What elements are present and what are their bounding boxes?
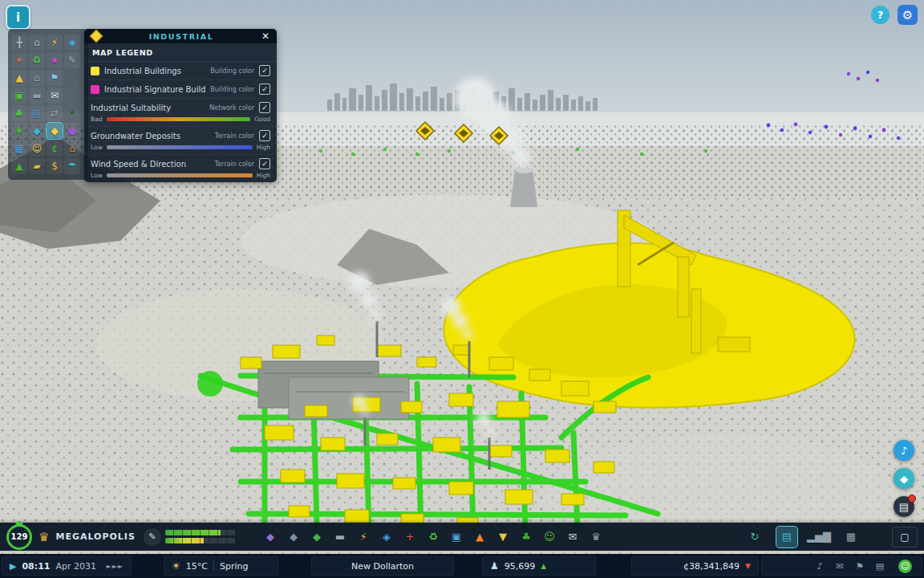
simulation-speed-button[interactable]: ►►► (107, 563, 124, 570)
residential-infoview-button[interactable]: ▦ (11, 140, 27, 157)
administration-infoview-button[interactable]: ⌂ (29, 70, 45, 86)
xp-level-badge[interactable]: 129 (6, 524, 32, 550)
close-button[interactable]: ✕ (261, 31, 270, 41)
water-infoview-button[interactable]: ◈ (64, 35, 80, 51)
fishing-infoview-button[interactable]: ◆ (29, 123, 45, 139)
zones-button[interactable]: ◆ (260, 527, 281, 547)
infoview-grid-row: ♦◆◆● (11, 123, 85, 139)
education-button[interactable]: ▣ (446, 527, 467, 547)
healthcare-button[interactable]: + (399, 527, 420, 547)
communications-button[interactable]: ✉ (562, 527, 583, 547)
info-button[interactable]: i (6, 5, 30, 30)
water-sewage-button[interactable]: ◈ (376, 527, 397, 547)
legend-label: Industrial Suitability (91, 104, 205, 112)
legend-type-label: Building color (210, 67, 254, 75)
radio-button[interactable]: ♪ (813, 561, 826, 572)
infoview-panel: INDUSTRIAL ✕ MAP LEGEND Industrial Build… (84, 29, 277, 182)
farming-infoview-button[interactable]: ♣ (11, 105, 27, 121)
legend-checkbox[interactable]: ✓ (259, 83, 270, 95)
legend-gradient-row: BadGood (91, 116, 270, 123)
wealth-infoview-button[interactable]: $ (47, 158, 63, 174)
trophy-icon[interactable]: ♛ (38, 530, 49, 544)
fire-rescue-button[interactable]: ▲ (469, 527, 490, 547)
legend-type-label: Terrain color (215, 132, 254, 140)
happiness-indicator[interactable]: ☺ (898, 560, 912, 573)
roads-button[interactable]: ▬ (330, 527, 351, 547)
money-segment[interactable]: ¢38,341,849 ▼ (631, 556, 759, 576)
statistics-button[interactable]: ▂▅▇ (808, 527, 829, 547)
tourism-infoview-button[interactable]: ☂ (64, 158, 80, 174)
infoview-grid-row: ☀♻★✎ (11, 52, 85, 68)
mail-button[interactable]: ✉ (833, 561, 846, 572)
lifepath-button[interactable]: ▤ (873, 561, 886, 572)
communications-infoview-button[interactable]: ✉ (47, 88, 63, 104)
legend-checkbox[interactable]: ✓ (259, 158, 270, 169)
wind-infoview-button[interactable]: ⚑ (47, 70, 63, 86)
infoviews-button[interactable]: ▤ (776, 527, 797, 547)
legend-row: Industrial Signature BuildingsBuilding c… (84, 80, 277, 99)
trade-infoview-button[interactable]: ⇄ (47, 105, 63, 121)
journal-button[interactable]: ▤ (894, 496, 914, 517)
photo-mode-icon: ▢ (900, 531, 909, 543)
roads-infoview-button[interactable]: ╋ (11, 35, 27, 51)
settings-button[interactable]: ⚙ (898, 5, 918, 25)
main-toolbar: 129 ♛ MEGALOPOLIS ✎ ◆◆◆▬⚡◈+♻▣▲▼♣☺✉♛ ↻▤▂▅… (0, 523, 924, 551)
chirper-button[interactable]: ♪ (894, 440, 914, 461)
legend-type-label: Network color (209, 104, 254, 112)
legend-checkbox[interactable]: ✓ (259, 65, 270, 76)
legend-rows: Industrial BuildingsBuilding color✓Indus… (84, 62, 277, 182)
garbage-infoview-button[interactable]: ♻ (29, 52, 45, 68)
monuments-button[interactable]: ♛ (586, 527, 606, 547)
notifications-segment: ♪✉⚑▤ ☺ (761, 556, 922, 576)
terrain-infoview-button[interactable]: ✎ (64, 52, 80, 68)
police-button[interactable]: ▼ (492, 527, 513, 547)
progress-widget[interactable]: ✎ (144, 528, 236, 546)
economy-panel-button[interactable]: ↻ (744, 527, 765, 547)
buildings-infoview-button[interactable]: ⌂ (29, 35, 45, 51)
signature-areas-button[interactable]: ◆ (283, 527, 304, 547)
welfare-infoview-button[interactable]: ▲ (11, 70, 27, 86)
nature-infoview-button[interactable]: ▲ (11, 158, 27, 174)
infoview-grid-row: ▦☺¢⌂ (11, 140, 85, 157)
legend-label: Industrial Buildings (104, 67, 205, 75)
industrial-infoview-button[interactable]: ◆ (47, 123, 63, 139)
parks-recreation-button[interactable]: ♣ (516, 527, 537, 547)
help-button[interactable]: ? (871, 6, 890, 24)
unique-buildings-infoview-button[interactable]: ● (64, 123, 80, 139)
divider (213, 561, 214, 571)
citizens-button[interactable]: ☺ (539, 527, 560, 547)
legend-label: Groundwater Deposits (91, 132, 210, 140)
happiness-infoview-button[interactable]: ☺ (29, 140, 45, 157)
legend-row: Groundwater DepositsTerrain color✓LowHig… (84, 127, 277, 155)
mining-infoview-button[interactable]: ▰ (29, 158, 45, 174)
population-segment[interactable]: ♟ 95,699 ▲ (482, 556, 596, 576)
map-tiles-button[interactable]: ▦ (841, 527, 861, 547)
infoview-grid-row: ╋⌂⚡◈ (11, 35, 85, 51)
legend-gradient-bar (107, 117, 251, 121)
traffic-infoview-button[interactable]: ▬ (29, 88, 45, 104)
vegetation-button[interactable]: ◆ (306, 527, 327, 547)
entertainment-infoview-button[interactable]: ★ (47, 52, 63, 68)
milestone-progress-bar (165, 538, 236, 543)
legend-checkbox[interactable]: ✓ (259, 130, 270, 141)
temperature-value: 15°C (186, 561, 208, 572)
forestry-infoview-button[interactable]: ♦ (11, 123, 27, 139)
city-name: New Dollarton (351, 561, 414, 572)
legend-checkbox[interactable]: ✓ (259, 102, 270, 113)
photo-mode-button[interactable]: ▢ (892, 527, 918, 547)
transit-infoview-button[interactable]: ▣ (11, 88, 27, 104)
city-name-segment[interactable]: New Dollarton (311, 556, 454, 576)
economy-infoview-button[interactable]: ¢ (47, 140, 63, 157)
legend-max-label: Good (254, 116, 270, 123)
unlock-alert-button[interactable]: ◆ (894, 468, 914, 489)
status-bar: ▶ 08:11 Apr 2031 ►►► ☀ 15°C Spring New D… (0, 554, 924, 578)
weather-icon: ☀ (172, 560, 180, 572)
electricity-button[interactable]: ⚡ (353, 527, 374, 547)
play-pause-button[interactable]: ▶ (10, 561, 16, 572)
garbage-button[interactable]: ♻ (423, 527, 444, 547)
water-resources-infoview-button[interactable]: ▤ (29, 105, 45, 121)
electricity-infoview-button[interactable]: ⚡ (47, 35, 63, 51)
pollution-infoview-button[interactable]: ☀ (11, 52, 27, 68)
commercial-infoview-button[interactable]: ⌂ (64, 140, 80, 157)
alerts-button[interactable]: ⚑ (853, 561, 866, 572)
